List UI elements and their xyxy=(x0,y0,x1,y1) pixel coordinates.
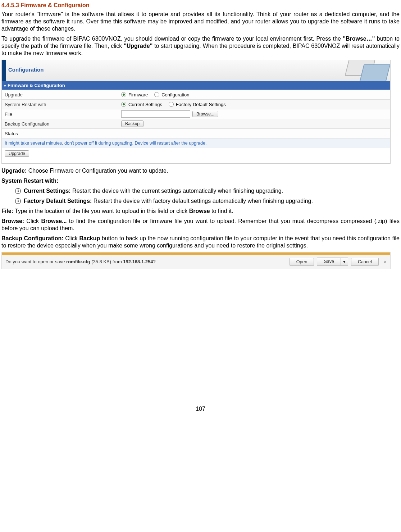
browse-button[interactable]: Browse... xyxy=(192,111,218,117)
def-upgrade: Upgrade: Choose Firmware or Configuratio… xyxy=(1,167,400,174)
download-message: Do you want to open or save romfile.cfg … xyxy=(5,259,287,264)
radio-label: Configuration xyxy=(161,92,189,97)
def-backup: Backup Configuration: Click Backup butto… xyxy=(1,235,400,249)
section-heading: 4.4.5.3 Firmware & Configuraion xyxy=(1,2,400,9)
label: File: xyxy=(1,208,13,214)
radio-label: Firmware xyxy=(128,92,148,97)
intro-paragraph-1: Your router's "firmware" is the software… xyxy=(1,11,400,32)
text-bold: Browse... xyxy=(41,218,67,224)
text: To upgrade the firmware of BIPAC 6300VNO… xyxy=(1,36,343,42)
download-prompt-body: Do you want to open or save romfile.cfg … xyxy=(2,255,390,269)
filename: romfile.cfg xyxy=(66,259,90,264)
text: ? xyxy=(153,259,155,264)
text-bold: "Browse…" xyxy=(343,36,375,42)
panel-title: Configuration xyxy=(8,67,44,73)
backup-button[interactable]: Backup xyxy=(121,121,143,127)
row-file: File Browse... xyxy=(2,109,390,119)
list-item-factory-default: Factory Default Settings: Restart the de… xyxy=(15,197,400,205)
save-split-button: Save ▾ xyxy=(317,258,348,266)
panel-subheader: Firmware & Configuraiton xyxy=(2,81,390,90)
label: System Restart with: xyxy=(1,178,58,184)
row-value: Current Settings Factory Default Setting… xyxy=(119,101,390,108)
restart-options-list: Current Settings: Restart the device wit… xyxy=(1,187,400,205)
radio-label: Current Settings xyxy=(128,102,162,107)
radio-firmware[interactable] xyxy=(121,92,126,97)
radio-configuration[interactable] xyxy=(154,92,159,97)
upgrade-note: It might take several minutes, don't pow… xyxy=(2,138,390,148)
text: Do you want to open or save xyxy=(5,259,66,264)
row-status: Status xyxy=(2,129,390,138)
text: Type in the location of the file you wan… xyxy=(13,208,189,214)
label: Backup Configuration: xyxy=(1,235,64,241)
row-backup: Backup Configuration Backup xyxy=(2,119,390,129)
radio-current-settings[interactable] xyxy=(121,102,126,107)
text: Choose Firmware or Configuration you wan… xyxy=(27,168,168,174)
close-icon[interactable]: × xyxy=(384,259,387,265)
text-bold: Browse xyxy=(189,208,210,214)
upgrade-button[interactable]: Upgrade xyxy=(5,150,29,157)
host: 192.168.1.254 xyxy=(123,259,153,264)
def-file: File: Type in the location of the file y… xyxy=(1,208,400,215)
radio-factory-default[interactable] xyxy=(169,102,174,107)
row-restart: System Restart with Current Settings Fac… xyxy=(2,100,390,109)
row-label: Status xyxy=(2,129,119,138)
label: Factory Default Settings: xyxy=(24,198,92,204)
radio-label: Factory Default Settings xyxy=(176,102,226,107)
monitor-icon xyxy=(340,60,390,81)
text: Click xyxy=(24,218,41,224)
text: to find it. xyxy=(210,208,233,214)
def-restart: System Restart with: xyxy=(1,177,400,185)
row-label: System Restart with xyxy=(2,100,119,109)
cancel-button[interactable]: Cancel xyxy=(351,258,379,266)
upgrade-button-row: Upgrade xyxy=(2,148,390,163)
def-browse: Browse: Click Browse... to find the conf… xyxy=(1,218,400,232)
label: Upgrade: xyxy=(1,168,27,174)
row-value: Browse... xyxy=(119,109,390,119)
configuration-panel: Configuration Firmware & Configuraiton U… xyxy=(1,60,391,164)
text: Click xyxy=(64,235,79,241)
open-button[interactable]: Open xyxy=(290,258,314,266)
file-path-input[interactable] xyxy=(121,110,190,118)
row-value: Backup xyxy=(119,119,390,128)
row-label: Upgrade xyxy=(2,91,119,99)
row-label: File xyxy=(2,110,119,118)
row-upgrade: Upgrade Firmware Configuration xyxy=(2,90,390,100)
row-value: Firmware Configuration xyxy=(119,91,390,99)
page-number: 107 xyxy=(1,406,400,412)
text: Restart the device with the current sett… xyxy=(71,188,283,194)
label: Browse: xyxy=(1,218,24,224)
panel-header: Configuration xyxy=(2,60,390,81)
label: Current Settings: xyxy=(24,188,71,194)
row-label: Backup Configuration xyxy=(2,120,119,128)
list-item-current-settings: Current Settings: Restart the device wit… xyxy=(15,187,400,195)
save-button[interactable]: Save xyxy=(317,258,341,266)
header-accent-bar xyxy=(2,60,6,81)
text-bold: "Upgrade" xyxy=(124,43,152,49)
text: (35.8 KB) from xyxy=(90,259,123,264)
intro-paragraph-2: To upgrade the firmware of BIPAC 6300VNO… xyxy=(1,35,400,57)
text: Restart the device with factory default … xyxy=(92,198,313,204)
row-value xyxy=(119,132,390,135)
download-prompt-bar: Do you want to open or save romfile.cfg … xyxy=(1,252,391,269)
text-bold: Backup xyxy=(79,235,100,241)
save-dropdown-button[interactable]: ▾ xyxy=(341,258,348,266)
